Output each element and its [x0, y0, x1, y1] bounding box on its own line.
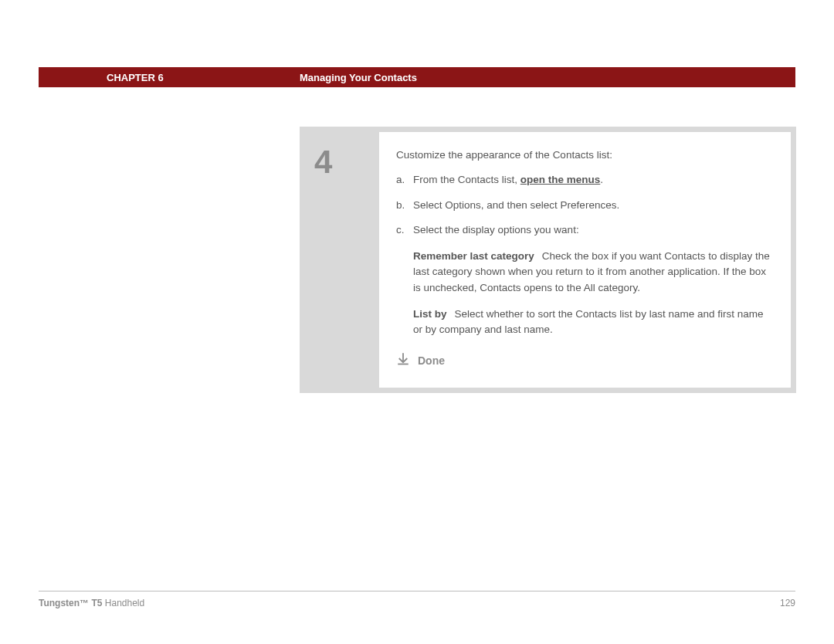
list-marker: b. [396, 198, 413, 213]
product-name: Tungsten™ T5 Handheld [39, 598, 144, 608]
arrow-down-icon [396, 351, 410, 370]
list-marker: c. [396, 222, 413, 238]
page-footer: Tungsten™ T5 Handheld 129 [39, 591, 795, 608]
chapter-header: CHAPTER 6 Managing Your Contacts [39, 67, 795, 87]
option-lead: Remember last category [413, 250, 534, 262]
list-item: a. From the Contacts list, open the menu… [396, 172, 774, 188]
list-text: From the Contacts list, open the menus. [413, 172, 603, 188]
step-number-column: 4 [305, 132, 379, 388]
done-row: Done [396, 351, 774, 370]
open-menus-link[interactable]: open the menus [520, 174, 601, 185]
list-text: Select Options, and then select Preferen… [413, 198, 619, 213]
option-list-by: List bySelect whether to sort the Contac… [413, 307, 774, 338]
step-box: 4 Customize the appearance of the Contac… [300, 127, 796, 393]
option-remember-last-category: Remember last categoryCheck the box if y… [413, 249, 774, 296]
option-lead: List by [413, 308, 447, 320]
list-text: Select the display options you want: [413, 222, 579, 238]
page-number: 129 [780, 598, 795, 608]
list-item: c. Select the display options you want: [396, 222, 774, 238]
list-marker: a. [396, 172, 413, 188]
option-body: Select whether to sort the Contacts list… [413, 308, 763, 335]
step-sub-list: a. From the Contacts list, open the menu… [396, 172, 774, 238]
done-label: Done [418, 353, 445, 369]
chapter-label: CHAPTER 6 [39, 72, 164, 83]
step-number: 4 [314, 146, 379, 178]
chapter-title: Managing Your Contacts [300, 72, 417, 83]
list-item: b. Select Options, and then select Prefe… [396, 198, 774, 213]
step-intro: Customize the appearance of the Contacts… [396, 147, 774, 163]
step-body: Customize the appearance of the Contacts… [379, 132, 791, 388]
